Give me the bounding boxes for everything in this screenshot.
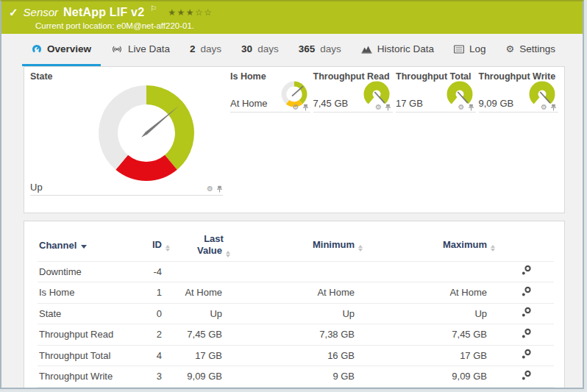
cell-maximum: 17 GB [363,345,495,366]
cell-maximum [363,261,495,282]
gauge-gear-icon[interactable]: ⚙ [458,104,465,111]
channel-settings-icon[interactable] [521,349,532,360]
cell-maximum: 9,09 GB [363,366,495,388]
tab-live-data[interactable]: Live Data [102,34,179,66]
stars-empty[interactable]: ☆☆ [195,7,213,18]
channel-settings-icon[interactable] [521,286,532,297]
channel-settings-icon[interactable] [521,265,532,276]
column-header-channel[interactable]: Channel [38,230,148,261]
cell-id: 2 [148,324,170,346]
is-home-gauge-label: Is Home [230,71,310,82]
tab-settings[interactable]: ⚙ Settings [496,34,564,66]
cell-last-value: At Home [170,282,230,304]
content-area: State Up ⚙ [1,66,583,389]
sensor-title: NetApp LIF v2 [63,6,144,19]
table-row: Throughput Read 2 7,45 GB 7,38 GB 7,45 G… [38,324,554,346]
state-gauge-label: State [30,71,227,82]
cell-minimum: Up [230,303,363,324]
sort-icon [491,245,495,252]
tab-overview-label: Overview [47,43,91,54]
cell-id: 3 [148,366,170,388]
table-row: Throughput Total 4 17 GB 16 GB 17 GB [38,345,554,366]
table-row: Throughput Write 3 9,09 GB 9 GB 9,09 GB [38,366,554,388]
throughput-write-gauge-value: 9,09 GB [479,98,514,109]
cell-channel: Throughput Write [38,366,148,388]
tab-log[interactable]: Log [444,34,496,66]
state-gauge-cell: State Up ⚙ [30,71,227,208]
throughput-write-gauge-label: Throughput Write [479,71,559,82]
cell-maximum: At Home [363,282,495,304]
throughput-total-gauge-value: 17 GB [396,98,423,109]
tab-bar: Overview Live Data 2 days 30 days 365 da… [1,34,583,66]
cell-maximum: 7,45 GB [363,324,495,346]
table-row [38,387,554,389]
table-row: Downtime -4 [38,261,554,282]
sensor-header: ✓ Sensor NetApp LIF v2 ⚐ ★★★☆☆ Current p… [1,1,583,34]
status-check-icon: ✓ [9,7,18,18]
cell-maximum: Up [363,303,495,324]
cell-minimum: 7,38 GB [230,324,363,346]
settings-gear-icon: ⚙ [505,44,514,54]
flag-icon[interactable]: ⚐ [150,4,157,13]
column-header-minimum[interactable]: Minimum [230,230,363,261]
state-gauge-value: Up [30,182,43,193]
cell-channel: Throughput Read [38,324,148,346]
channel-settings-icon[interactable] [521,307,532,318]
throughput-write-gauge-cell: Throughput Write 9,09 GB ⚙ [479,71,559,113]
column-header-last-value[interactable]: LastValue [170,230,230,261]
cell-id: 1 [148,282,170,304]
column-header-id[interactable]: ID [148,230,170,261]
column-header-maximum[interactable]: Maximum [363,230,495,261]
channels-table-panel: Channel ID LastValue Minimum Maximum Dow… [24,221,565,389]
tab-historic-data[interactable]: Historic Data [352,34,444,66]
cell-minimum: 9 GB [230,366,363,388]
historic-chart-icon [361,45,372,54]
cell-last-value [170,261,230,282]
tab-overview[interactable]: Overview [22,34,101,66]
throughput-read-gauge-cell: Throughput Read 7,45 GB ⚙ [313,71,394,113]
gauge-gear-icon[interactable]: ⚙ [293,104,299,111]
cell-channel: Is Home [38,282,148,304]
gauge-gear-icon[interactable]: ⚙ [375,104,382,111]
gauge-gear-icon[interactable]: ⚙ [207,185,213,193]
prtg-sensor-window: ✓ Sensor NetApp LIF v2 ⚐ ★★★☆☆ Current p… [0,0,584,389]
sort-icon [166,245,170,252]
tab-log-label: Log [469,43,486,54]
gauge-gear-icon[interactable]: ⚙ [541,104,547,111]
gauge-pin-icon[interactable] [216,185,223,193]
cell-id: -4 [148,261,170,282]
sort-icon [226,251,230,257]
gauges-panel: State Up ⚙ [24,66,565,213]
sort-desc-icon [81,245,87,249]
tab-30-days[interactable]: 30 days [232,34,288,66]
cell-id: 0 [148,303,170,324]
gauge-pin-icon[interactable] [550,104,557,111]
cell-minimum [230,261,363,282]
log-icon [454,45,464,54]
cell-last-value: 17 GB [170,345,230,366]
channel-settings-icon[interactable] [521,328,532,339]
stars-filled[interactable]: ★★★ [168,7,195,18]
sort-icon [358,245,363,252]
gauge-pin-icon[interactable] [302,104,309,111]
tab-2-days[interactable]: 2 days [180,34,231,66]
sensor-subtitle: Current port location: e0M@net-aff220-01… [9,21,575,30]
gauge-pin-icon[interactable] [468,104,474,111]
state-gauge[interactable] [95,82,198,185]
is-home-gauge-value: At Home [230,98,268,109]
cell-minimum: At Home [230,282,363,304]
gauge-pin-icon[interactable] [385,104,391,111]
tab-historic-data-label: Historic Data [377,43,434,54]
channel-settings-icon[interactable] [521,370,532,381]
table-row: Is Home 1 At Home At Home At Home [38,282,554,304]
is-home-gauge-cell: Is Home At Home ⚙ [230,71,310,113]
gauge-icon [32,44,42,54]
throughput-total-gauge-label: Throughput Total [396,71,476,82]
throughput-total-gauge-cell: Throughput Total 17 GB ⚙ [396,71,476,113]
cell-minimum: 16 GB [230,345,363,366]
cell-last-value: Up [170,303,230,324]
column-header-settings [495,230,554,261]
priority-stars[interactable]: ★★★☆☆ [168,7,213,18]
cell-id: 4 [148,345,170,366]
tab-365-days[interactable]: 365 days [289,34,351,66]
